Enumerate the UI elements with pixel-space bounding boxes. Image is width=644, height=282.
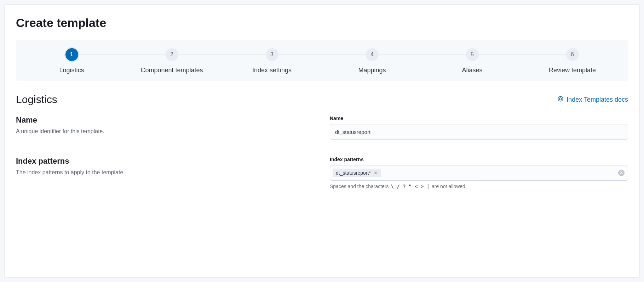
- help-icon: [557, 96, 564, 104]
- section-header: Logistics Index Templates docs: [16, 94, 628, 106]
- index-pattern-pill: dt_statusreport* ✕: [333, 169, 381, 177]
- step-label: Aliases: [459, 66, 485, 74]
- step-review-template[interactable]: 6 Review template: [522, 48, 622, 74]
- form-row-name: Name A unique identifier for this templa…: [16, 115, 628, 140]
- wizard-stepper: 1 Logistics 2 Component templates 3 Inde…: [16, 40, 628, 81]
- index-patterns-heading: Index patterns: [16, 157, 314, 166]
- step-label: Component templates: [138, 66, 206, 74]
- step-number: 1: [65, 48, 78, 61]
- index-patterns-description: The index patterns to apply to the templ…: [16, 169, 314, 176]
- step-aliases[interactable]: 5 Aliases: [422, 48, 522, 74]
- index-patterns-helper: Spaces and the characters \ / ? " < > | …: [330, 184, 628, 189]
- index-patterns-label: Index patterns: [330, 157, 628, 162]
- name-description: A unique identifier for this template.: [16, 128, 314, 135]
- step-index-settings[interactable]: 3 Index settings: [222, 48, 322, 74]
- step-number: 4: [366, 48, 379, 61]
- helper-chars: \ / ? " < > |: [390, 184, 430, 189]
- step-number: 5: [466, 48, 479, 61]
- step-component-templates[interactable]: 2 Component templates: [122, 48, 222, 74]
- page-container: Create template 1 Logistics 2 Component …: [4, 4, 640, 278]
- remove-pill-icon[interactable]: ✕: [373, 170, 378, 176]
- svg-point-0: [558, 96, 563, 101]
- docs-link-label: Index Templates docs: [567, 96, 628, 103]
- section-title: Logistics: [16, 94, 57, 106]
- docs-link[interactable]: Index Templates docs: [557, 96, 628, 104]
- step-label: Logistics: [56, 66, 87, 74]
- page-title: Create template: [16, 16, 628, 30]
- step-label: Mappings: [355, 66, 389, 74]
- form-row-index-patterns: Index patterns The index patterns to app…: [16, 157, 628, 189]
- step-number: 2: [166, 48, 178, 61]
- svg-point-1: [559, 98, 562, 100]
- clear-all-icon[interactable]: ✕: [618, 170, 625, 176]
- name-label: Name: [330, 115, 628, 121]
- step-logistics[interactable]: 1 Logistics: [22, 48, 122, 74]
- helper-suffix: are not allowed.: [430, 184, 467, 189]
- step-number: 6: [566, 48, 579, 61]
- step-label: Review template: [546, 66, 599, 74]
- step-number: 3: [266, 48, 278, 61]
- pill-text: dt_statusreport*: [336, 170, 371, 176]
- name-input[interactable]: [330, 124, 628, 140]
- helper-prefix: Spaces and the characters: [330, 184, 390, 189]
- step-label: Index settings: [249, 66, 294, 74]
- name-heading: Name: [16, 115, 314, 125]
- index-patterns-input[interactable]: dt_statusreport* ✕: [330, 165, 628, 181]
- step-mappings[interactable]: 4 Mappings: [322, 48, 422, 74]
